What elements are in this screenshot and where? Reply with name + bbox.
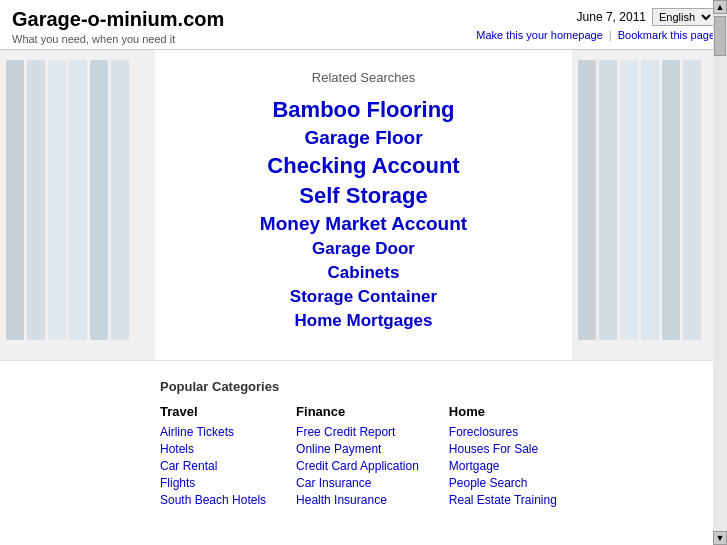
left-stripe-bar bbox=[48, 60, 66, 340]
language-select[interactable]: English bbox=[652, 8, 715, 26]
left-stripes bbox=[0, 50, 155, 360]
left-stripe-bar bbox=[111, 60, 129, 340]
category-link[interactable]: Hotels bbox=[160, 442, 266, 456]
category-heading: Finance bbox=[296, 404, 419, 419]
search-links-list: Bamboo FlooringGarage FloorChecking Acco… bbox=[260, 93, 467, 335]
category-link[interactable]: Free Credit Report bbox=[296, 425, 419, 439]
site-title: Garage-o-minium.com bbox=[12, 8, 224, 31]
right-stripes bbox=[572, 50, 727, 360]
category-link[interactable]: Online Payment bbox=[296, 442, 419, 456]
category-link[interactable]: Mortgage bbox=[449, 459, 557, 473]
right-stripe-bar bbox=[641, 60, 659, 340]
category-link[interactable]: People Search bbox=[449, 476, 557, 490]
category-column: HomeForeclosuresHouses For SaleMortgageP… bbox=[449, 404, 557, 510]
search-link[interactable]: Money Market Account bbox=[260, 213, 467, 235]
category-link[interactable]: Houses For Sale bbox=[449, 442, 557, 456]
category-link[interactable]: Flights bbox=[160, 476, 266, 490]
search-link[interactable]: Home Mortgages bbox=[260, 311, 467, 331]
popular-title: Popular Categories bbox=[160, 379, 707, 394]
brand: Garage-o-minium.com What you need, when … bbox=[12, 8, 224, 45]
category-link[interactable]: Car Rental bbox=[160, 459, 266, 473]
main-content: Related Searches Bamboo FlooringGarage F… bbox=[155, 50, 572, 360]
categories-grid: TravelAirline TicketsHotelsCar RentalFli… bbox=[160, 404, 707, 510]
category-link[interactable]: Airline Tickets bbox=[160, 425, 266, 439]
category-heading: Travel bbox=[160, 404, 266, 419]
homepage-link[interactable]: Make this your homepage bbox=[476, 29, 603, 41]
category-link[interactable]: South Beach Hotels bbox=[160, 493, 266, 507]
category-link[interactable]: Health Insurance bbox=[296, 493, 419, 507]
right-stripe-bar bbox=[620, 60, 638, 340]
left-stripe-bar bbox=[69, 60, 87, 340]
search-link[interactable]: Garage Door bbox=[260, 239, 467, 259]
search-link[interactable]: Checking Account bbox=[260, 153, 467, 179]
popular-section: Popular Categories TravelAirline Tickets… bbox=[0, 360, 727, 530]
stripe-section: Related Searches Bamboo FlooringGarage F… bbox=[0, 50, 727, 360]
category-heading: Home bbox=[449, 404, 557, 419]
related-searches-label: Related Searches bbox=[312, 70, 415, 85]
link-divider: | bbox=[609, 29, 612, 41]
search-link[interactable]: Cabinets bbox=[260, 263, 467, 283]
scroll-down-button[interactable]: ▼ bbox=[713, 531, 727, 545]
left-stripe-bar bbox=[6, 60, 24, 340]
search-link[interactable]: Bamboo Flooring bbox=[260, 97, 467, 123]
scroll-up-button[interactable]: ▲ bbox=[713, 0, 727, 14]
left-stripe-bar bbox=[27, 60, 45, 340]
header-right: June 7, 2011 English Make this your home… bbox=[476, 8, 715, 41]
bookmark-link[interactable]: Bookmark this page bbox=[618, 29, 715, 41]
right-stripe-bar bbox=[683, 60, 701, 340]
search-link[interactable]: Garage Floor bbox=[260, 127, 467, 149]
site-tagline: What you need, when you need it bbox=[12, 33, 224, 45]
header-date-lang: June 7, 2011 English bbox=[577, 8, 715, 26]
page-header: Garage-o-minium.com What you need, when … bbox=[0, 0, 727, 50]
category-column: TravelAirline TicketsHotelsCar RentalFli… bbox=[160, 404, 266, 510]
category-link[interactable]: Real Estate Training bbox=[449, 493, 557, 507]
category-link[interactable]: Credit Card Application bbox=[296, 459, 419, 473]
date-text: June 7, 2011 bbox=[577, 10, 646, 24]
header-links: Make this your homepage | Bookmark this … bbox=[476, 29, 715, 41]
scroll-thumb[interactable] bbox=[714, 16, 726, 56]
category-column: FinanceFree Credit ReportOnline PaymentC… bbox=[296, 404, 419, 510]
right-stripe-bar bbox=[599, 60, 617, 340]
search-link[interactable]: Storage Container bbox=[260, 287, 467, 307]
right-stripe-bar bbox=[578, 60, 596, 340]
left-stripe-bar bbox=[90, 60, 108, 340]
category-link[interactable]: Car Insurance bbox=[296, 476, 419, 490]
scrollbar[interactable]: ▲ ▼ bbox=[713, 0, 727, 545]
category-link[interactable]: Foreclosures bbox=[449, 425, 557, 439]
right-stripe-bar bbox=[662, 60, 680, 340]
search-link[interactable]: Self Storage bbox=[260, 183, 467, 209]
